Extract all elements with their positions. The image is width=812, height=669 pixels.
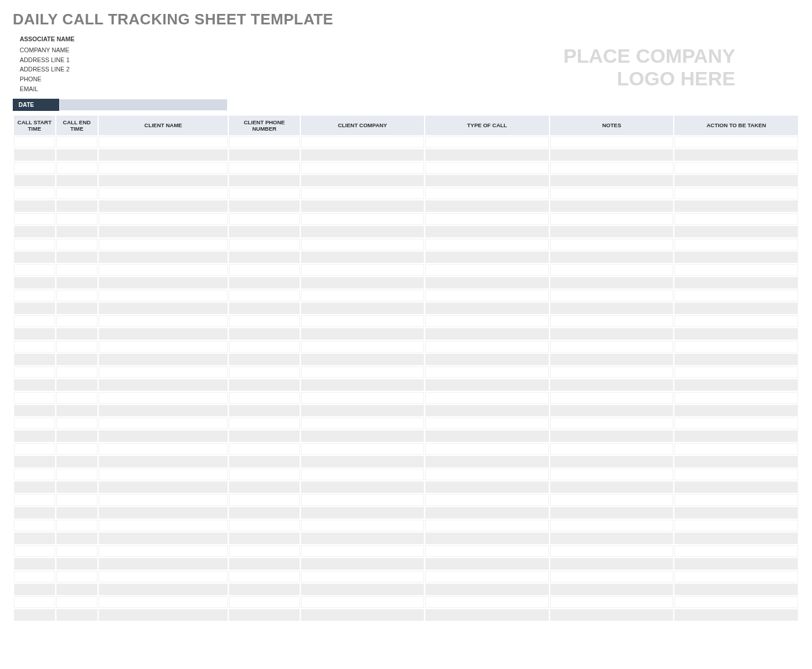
table-cell[interactable] — [301, 584, 425, 595]
table-cell[interactable] — [99, 315, 228, 327]
table-cell[interactable] — [301, 290, 425, 301]
table-cell[interactable] — [14, 290, 55, 301]
table-cell[interactable] — [550, 533, 674, 544]
table-cell[interactable] — [99, 354, 228, 365]
date-input[interactable] — [59, 99, 228, 111]
table-cell[interactable] — [56, 392, 98, 404]
table-cell[interactable] — [99, 213, 228, 225]
table-cell[interactable] — [14, 188, 55, 199]
table-cell[interactable] — [301, 494, 425, 506]
table-cell[interactable] — [56, 481, 98, 493]
table-cell[interactable] — [674, 354, 798, 365]
table-cell[interactable] — [229, 213, 299, 225]
table-cell[interactable] — [99, 584, 228, 595]
table-cell[interactable] — [56, 418, 98, 429]
table-cell[interactable] — [674, 392, 798, 404]
table-cell[interactable] — [14, 571, 55, 582]
table-cell[interactable] — [550, 290, 674, 301]
table-cell[interactable] — [14, 136, 55, 148]
table-cell[interactable] — [674, 456, 798, 467]
table-cell[interactable] — [301, 596, 425, 608]
table-cell[interactable] — [229, 354, 299, 365]
table-cell[interactable] — [56, 354, 98, 365]
table-cell[interactable] — [229, 341, 299, 353]
table-cell[interactable] — [550, 520, 674, 531]
table-cell[interactable] — [425, 341, 549, 353]
table-cell[interactable] — [229, 494, 299, 506]
table-cell[interactable] — [14, 596, 55, 608]
table-cell[interactable] — [56, 315, 98, 327]
table-cell[interactable] — [56, 175, 98, 186]
table-cell[interactable] — [425, 239, 549, 250]
table-cell[interactable] — [99, 175, 228, 186]
table-cell[interactable] — [301, 609, 425, 621]
table-cell[interactable] — [56, 405, 98, 416]
table-cell[interactable] — [550, 315, 674, 327]
table-cell[interactable] — [56, 456, 98, 467]
table-cell[interactable] — [99, 188, 228, 199]
table-cell[interactable] — [550, 456, 674, 467]
table-cell[interactable] — [674, 175, 798, 186]
table-cell[interactable] — [56, 469, 98, 480]
table-cell[interactable] — [674, 239, 798, 250]
table-cell[interactable] — [99, 136, 228, 148]
table-cell[interactable] — [14, 315, 55, 327]
table-cell[interactable] — [14, 328, 55, 340]
table-cell[interactable] — [425, 430, 549, 442]
table-cell[interactable] — [99, 149, 228, 161]
table-cell[interactable] — [550, 251, 674, 263]
table-cell[interactable] — [229, 392, 299, 404]
table-cell[interactable] — [550, 354, 674, 365]
table-cell[interactable] — [425, 443, 549, 455]
table-cell[interactable] — [56, 328, 98, 340]
table-cell[interactable] — [56, 379, 98, 391]
table-cell[interactable] — [56, 366, 98, 378]
table-cell[interactable] — [56, 533, 98, 544]
table-cell[interactable] — [550, 188, 674, 199]
table-cell[interactable] — [674, 303, 798, 314]
table-cell[interactable] — [229, 277, 299, 289]
table-cell[interactable] — [301, 277, 425, 289]
table-cell[interactable] — [229, 290, 299, 301]
table-cell[interactable] — [56, 303, 98, 314]
table-cell[interactable] — [99, 239, 228, 250]
table-cell[interactable] — [674, 277, 798, 289]
table-cell[interactable] — [425, 545, 549, 557]
table-cell[interactable] — [14, 430, 55, 442]
table-cell[interactable] — [14, 418, 55, 429]
table-cell[interactable] — [14, 162, 55, 174]
table-cell[interactable] — [674, 405, 798, 416]
table-cell[interactable] — [425, 162, 549, 174]
table-cell[interactable] — [550, 392, 674, 404]
table-cell[interactable] — [550, 481, 674, 493]
table-cell[interactable] — [14, 609, 55, 621]
table-cell[interactable] — [99, 418, 228, 429]
table-cell[interactable] — [56, 430, 98, 442]
table-cell[interactable] — [425, 558, 549, 570]
table-cell[interactable] — [550, 443, 674, 455]
table-cell[interactable] — [301, 354, 425, 365]
table-cell[interactable] — [301, 558, 425, 570]
table-cell[interactable] — [229, 175, 299, 186]
table-cell[interactable] — [229, 596, 299, 608]
table-cell[interactable] — [229, 315, 299, 327]
table-cell[interactable] — [425, 200, 549, 212]
table-cell[interactable] — [229, 558, 299, 570]
table-cell[interactable] — [14, 584, 55, 595]
table-cell[interactable] — [425, 264, 549, 276]
table-cell[interactable] — [550, 584, 674, 595]
table-cell[interactable] — [14, 494, 55, 506]
table-cell[interactable] — [674, 545, 798, 557]
table-cell[interactable] — [56, 213, 98, 225]
table-cell[interactable] — [301, 418, 425, 429]
table-cell[interactable] — [301, 469, 425, 480]
table-cell[interactable] — [425, 149, 549, 161]
table-cell[interactable] — [674, 379, 798, 391]
table-cell[interactable] — [301, 175, 425, 186]
table-cell[interactable] — [425, 609, 549, 621]
table-cell[interactable] — [674, 188, 798, 199]
table-cell[interactable] — [229, 456, 299, 467]
table-cell[interactable] — [14, 200, 55, 212]
table-cell[interactable] — [56, 200, 98, 212]
table-cell[interactable] — [99, 277, 228, 289]
